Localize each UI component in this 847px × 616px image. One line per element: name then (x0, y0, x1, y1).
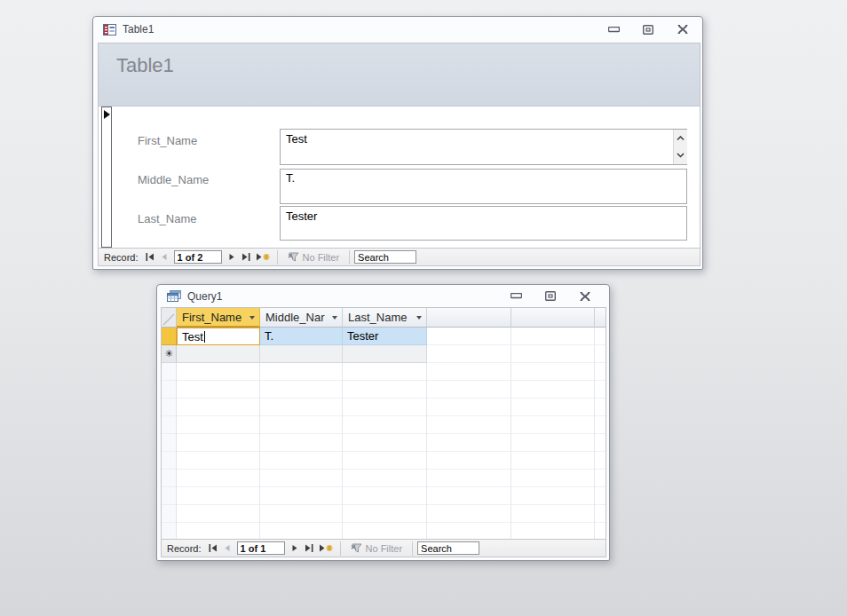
record-label: Record: (104, 252, 139, 263)
form-detail-area: First_Name Middle_Name Last_Name (99, 107, 700, 248)
new-record-icon[interactable] (316, 542, 336, 555)
empty-cell[interactable] (595, 328, 606, 345)
new-record-cell[interactable] (343, 345, 427, 363)
new-record-selector[interactable]: ✳ (162, 345, 177, 363)
datasheet-header-row: First_Name Middle_Nar Last_Name (162, 308, 606, 328)
form-window-title: Table1 (123, 23, 154, 36)
row-selector-column (162, 363, 177, 539)
gridline (594, 363, 595, 539)
form-window-table1: Table1 Table1 First_Name (92, 16, 703, 270)
query-record-navigation: Record: No Filte (162, 539, 606, 557)
column-dropdown-icon[interactable] (332, 316, 337, 320)
restore-icon[interactable] (641, 24, 655, 35)
cell-first-name-editing[interactable]: Test (177, 328, 260, 345)
current-row-selector[interactable] (162, 328, 177, 345)
field-label-middle-name: Middle_Name (138, 173, 271, 186)
filter-icon (288, 252, 299, 262)
first-name-field[interactable] (280, 129, 687, 165)
form-record-navigation: Record: No Filte (99, 248, 700, 265)
gridline (342, 363, 343, 539)
text-caret (204, 331, 205, 343)
new-record-asterisk-icon: ✳ (164, 348, 172, 359)
form-header-band: Table1 (99, 43, 700, 107)
empty-cell[interactable] (427, 345, 511, 363)
query-window-titlebar[interactable]: Query1 (157, 285, 609, 307)
close-icon[interactable] (676, 24, 690, 35)
middle-name-field[interactable] (280, 169, 687, 204)
search-input[interactable] (354, 250, 416, 264)
no-filter-label: No Filter (366, 543, 403, 554)
last-record-icon[interactable] (302, 542, 316, 555)
new-record-icon[interactable] (253, 251, 273, 264)
empty-cell[interactable] (511, 345, 595, 363)
last-record-icon[interactable] (239, 251, 253, 264)
search-input[interactable] (417, 541, 479, 555)
table-row: Test T. Tester (162, 328, 606, 345)
datasheet: First_Name Middle_Nar Last_Name (162, 308, 606, 539)
new-record-row: ✳ (162, 345, 606, 363)
nav-divider (340, 541, 341, 556)
previous-record-icon[interactable] (220, 542, 234, 555)
nav-divider (277, 250, 278, 265)
record-position-input[interactable] (174, 250, 222, 264)
scroll-down-icon[interactable] (674, 147, 687, 165)
textbox-scrollbar[interactable] (673, 130, 687, 164)
column-dropdown-icon[interactable] (416, 316, 422, 320)
empty-column-header (511, 308, 595, 328)
new-record-cell[interactable] (177, 345, 260, 363)
query-window-title: Query1 (187, 290, 222, 303)
form-icon (103, 24, 116, 36)
column-header-first-name[interactable]: First_Name (177, 308, 260, 328)
field-label-first-name: First_Name (138, 134, 271, 147)
empty-column-header (595, 308, 606, 328)
empty-grid-area[interactable] (162, 363, 606, 539)
gridline (426, 363, 427, 539)
no-filter-label: No Filter (303, 252, 340, 263)
previous-record-icon[interactable] (157, 251, 171, 264)
nav-divider (412, 541, 413, 556)
form-content-frame: Table1 First_Name Middle_Name Last_Name (98, 43, 701, 266)
record-position-input[interactable] (237, 541, 285, 555)
empty-column-header (427, 308, 511, 328)
filter-icon (351, 543, 362, 553)
no-filter-button[interactable]: No Filter (282, 252, 345, 263)
minimize-icon[interactable] (509, 291, 523, 302)
restore-icon[interactable] (543, 291, 558, 302)
next-record-icon[interactable] (225, 251, 239, 264)
record-label: Record: (167, 543, 202, 554)
first-record-icon[interactable] (143, 251, 157, 264)
minimize-icon[interactable] (606, 24, 621, 35)
query-window-query1: Query1 First_Name (156, 284, 610, 561)
new-record-cell[interactable] (260, 345, 343, 363)
query-icon (167, 290, 181, 302)
no-filter-button[interactable]: No Filter (345, 543, 408, 554)
nav-divider (349, 250, 350, 265)
next-record-icon[interactable] (288, 542, 302, 555)
column-dropdown-icon[interactable] (249, 316, 255, 320)
cell-middle-name[interactable]: T. (260, 328, 343, 345)
empty-cell[interactable] (511, 328, 595, 345)
first-record-icon[interactable] (206, 542, 220, 555)
column-header-last-name[interactable]: Last_Name (343, 308, 427, 328)
select-all-corner[interactable] (162, 308, 177, 328)
field-label-last-name: Last_Name (138, 212, 271, 225)
empty-cell[interactable] (427, 328, 511, 345)
form-header-title: Table1 (116, 54, 174, 77)
query-content-frame: First_Name Middle_Nar Last_Name (161, 307, 606, 557)
cell-last-name[interactable]: Tester (343, 328, 427, 345)
gridline (259, 363, 260, 539)
empty-cell[interactable] (595, 345, 606, 363)
current-record-arrow-icon (104, 110, 110, 119)
form-window-titlebar[interactable]: Table1 (93, 17, 702, 42)
last-name-field[interactable] (280, 206, 687, 241)
scroll-up-icon[interactable] (674, 130, 687, 147)
column-header-middle-name[interactable]: Middle_Nar (260, 308, 343, 328)
gridline (511, 363, 511, 539)
close-icon[interactable] (578, 291, 592, 302)
record-selector[interactable] (101, 107, 112, 248)
